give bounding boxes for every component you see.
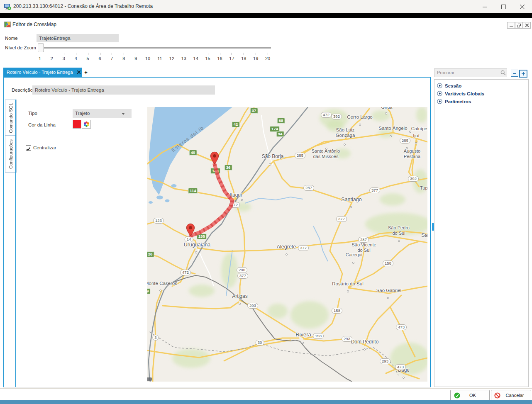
descricao-label: Descrição [12,88,33,92]
town-dot [387,297,389,299]
panel-border-top [3,77,431,78]
expand-all-button[interactable] [519,70,527,78]
tree-item[interactable]: Parâmetros [434,97,528,105]
tab-roteiro-veiculo[interactable]: Roteiro Veículo - Trajeto Entrega [3,68,84,77]
town-dot [364,348,366,350]
crossmap-app-icon [4,21,11,28]
rdp-maximize-button[interactable] [494,0,513,13]
white-route-shield: 287 [358,237,369,243]
new-tab-button[interactable]: + [82,68,90,77]
desktop-strip [0,13,532,18]
ok-label: OK [460,393,485,398]
zoom-level-label: Nível de Zoom [5,45,36,50]
zoom-tick-label: 19 [251,56,260,61]
town-dot [385,112,387,114]
variables-tree: Sessão Variáveis Globais Parâmetros [434,79,529,387]
rdp-titlebar: 200.213.33.130:64012 - Conexão de Área d… [0,0,532,13]
app-minimize-button[interactable] [507,22,515,29]
side-tab-configuracoes[interactable]: Configurações [5,135,17,173]
nome-label: Nome [5,36,18,41]
town-dot [398,240,400,242]
white-route-shield: 472 [321,112,332,118]
tree-item[interactable]: Variáveis Globais [434,90,528,97]
white-route-shield: 3 [152,335,159,341]
screen: 200.213.33.130:64012 - Conexão de Área d… [0,0,532,404]
ok-button[interactable]: OK [450,390,490,401]
town-dot [409,131,411,133]
rdp-title: 200.213.33.130:64012 - Conexão de Área d… [13,3,153,9]
town-dot [195,251,197,253]
zoom-tick [64,53,64,55]
town-dot [269,163,271,165]
town-dot [159,290,161,292]
zoom-tick-label: 4 [71,56,81,61]
green-route-shield: 37 [250,108,258,114]
search-input[interactable]: Procurar [434,68,507,77]
zoom-tick-label: 17 [227,56,236,61]
app-title: Editor de CrossMap [12,22,56,27]
expand-circle-icon[interactable] [437,91,442,96]
white-route-shield: 30 [256,340,264,346]
zoom-tick-label: 18 [239,56,248,61]
line-color-swatch[interactable] [73,120,81,129]
zoom-tick [220,53,220,55]
map-marker-pin [210,151,219,165]
town-dot [239,303,241,305]
tree-item[interactable]: Sessão [434,82,528,90]
expand-circle-icon[interactable] [437,83,442,88]
cancel-label: Cancelar [500,393,529,398]
green-route-shield: 26 [147,251,154,257]
zoom-tick [40,53,40,55]
panel-border-left [3,77,4,387]
green-route-shield: 9 [147,288,151,294]
zoom-tick-label: 16 [215,56,225,61]
white-route-shield: 285 [400,138,410,144]
white-route-shield: 473 [395,364,406,370]
green-route-shield: 143 [210,168,220,174]
town-dot [390,135,392,137]
rdp-minimize-button[interactable] [476,0,494,13]
centralizar-label: Centralizar [33,145,56,150]
zoom-tick [112,53,112,55]
map-canvas[interactable]: Esteros del IbSão BorjaItaquiUruguaianaA… [147,107,427,382]
tab-close-icon[interactable] [77,71,81,74]
color-picker-button[interactable] [82,120,91,129]
cancel-prohibition-icon [494,392,500,399]
zoom-tick-label: 1 [35,56,44,61]
descricao-input[interactable]: Roteiro Veículo - Trajeto Entrega [32,85,215,95]
side-tab-comando-sql[interactable]: Comando SQL [5,100,17,136]
white-route-shield: 377 [298,245,309,251]
zoom-tick-label: 9 [131,56,140,61]
zoom-tick-label: 7 [107,56,116,61]
town-dot [347,290,349,292]
zoom-tick-label: 12 [167,56,176,61]
white-route-shield: 392 [331,114,342,119]
green-route-shield: 114 [188,188,198,194]
white-route-shield: 293 [380,358,390,364]
centralizar-checkbox[interactable] [26,145,31,151]
checkmark-icon [26,147,31,151]
nome-input[interactable]: TrajetoEntrega [37,34,119,42]
ok-check-icon [454,392,460,399]
tree-item-label: Parâmetros [445,99,471,104]
collapse-all-button[interactable] [511,70,518,77]
white-route-shield: 290 [237,267,247,273]
search-icon [500,70,506,75]
rdp-close-button[interactable] [513,0,532,13]
splitter[interactable] [433,78,433,387]
white-route-shield: 293 [247,303,258,309]
town-dot [352,262,354,264]
town-dot [241,199,243,201]
app-close-button[interactable] [523,22,531,29]
zoom-tick-label: 13 [179,56,188,61]
zoom-tick [76,53,76,55]
town-dot [406,147,408,149]
expand-circle-icon[interactable] [437,99,442,104]
zoom-tick [244,53,244,55]
cancel-button[interactable]: Cancelar [491,390,531,401]
white-route-shield: 392 [408,176,419,182]
zoom-tick [52,53,52,55]
zoom-tick-label: 2 [47,56,56,61]
app-restore-button[interactable] [515,22,523,29]
zoom-tick [148,53,148,55]
